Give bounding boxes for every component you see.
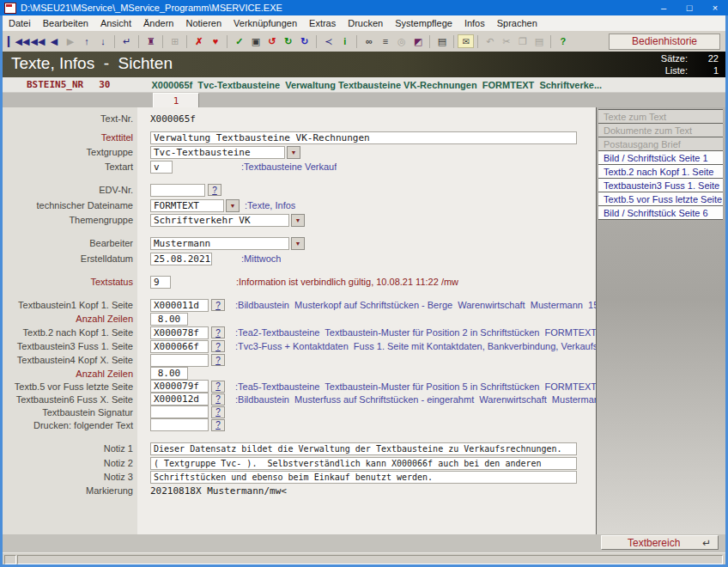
help-lookup-icon[interactable]: ? bbox=[211, 419, 225, 431]
minimize-button[interactable]: – bbox=[651, 0, 676, 15]
texttitel-input[interactable]: Verwaltung Textbausteine VK-Rechnungen bbox=[150, 131, 577, 144]
anzahl-zeilen-input[interactable]: 8.00 bbox=[150, 367, 188, 380]
textbaustein4-input[interactable] bbox=[150, 354, 209, 367]
anzahl-zeilen-label: Anzahl Zeilen bbox=[3, 314, 133, 324]
textstatus-input[interactable]: 9 bbox=[150, 276, 171, 289]
up-icon[interactable]: ↑ bbox=[78, 33, 94, 50]
application-window: D:\MSEU21\MService\_MService_Programm\MS… bbox=[0, 0, 728, 567]
previous-record-icon[interactable]: ◀ bbox=[46, 33, 62, 50]
chevron-down-icon[interactable]: ▼ bbox=[291, 214, 305, 227]
stamp-icon[interactable]: ♜ bbox=[143, 33, 159, 50]
themengruppe-input[interactable]: Schriftverkehr VK bbox=[150, 214, 289, 227]
sidebar-item-textb5-vor-fuss[interactable]: Textb.5 vor Fuss letzte Seite bbox=[598, 192, 723, 206]
down-icon[interactable]: ↓ bbox=[94, 33, 111, 50]
menu-aendern[interactable]: Ändern bbox=[137, 18, 179, 28]
textbaustein6-input[interactable]: X000012d bbox=[150, 393, 209, 405]
form-window-icon[interactable]: ▣ bbox=[247, 33, 264, 50]
signatur-label: Textbaustein Signatur bbox=[3, 407, 133, 418]
menu-drucken[interactable]: Drucken bbox=[342, 18, 389, 28]
sidebar-item-bild-seite-1[interactable]: Bild / Schriftstück Seite 1 bbox=[598, 151, 723, 165]
menu-sprachen[interactable]: Sprachen bbox=[491, 18, 543, 28]
textbaustein3-input[interactable]: X000066f bbox=[150, 340, 209, 353]
menu-notieren[interactable]: Notieren bbox=[179, 18, 228, 28]
undo-icon[interactable]: ↶ bbox=[482, 33, 498, 50]
chevron-down-icon[interactable]: ▼ bbox=[287, 146, 300, 159]
menu-bearbeiten[interactable]: Bearbeiten bbox=[37, 18, 94, 28]
copy-icon[interactable]: ❐ bbox=[514, 33, 531, 50]
link-icon[interactable]: ⊞ bbox=[167, 33, 183, 50]
textbaustein1-input[interactable]: X000011d bbox=[150, 299, 209, 312]
toolbar-separator bbox=[227, 35, 228, 48]
help-lookup-icon[interactable]: ? bbox=[211, 340, 225, 352]
tab-1[interactable]: 1 bbox=[153, 93, 199, 107]
fast-rewind-icon[interactable]: ◀◀ bbox=[29, 33, 46, 50]
drucken-text-input[interactable] bbox=[150, 418, 209, 431]
textbereich-button[interactable]: Textbereich ↵ bbox=[601, 535, 719, 550]
info-icon[interactable]: i bbox=[337, 33, 353, 50]
next-record-icon[interactable]: ▶ bbox=[62, 33, 78, 50]
heart-icon[interactable]: ♥ bbox=[207, 33, 223, 50]
sidebar-item-textbaustein3-fuss[interactable]: Textbaustein3 Fuss 1. Seite bbox=[598, 179, 723, 192]
printer-icon[interactable]: ▤ bbox=[434, 33, 450, 50]
anzahl-zeilen-input[interactable]: 8.00 bbox=[150, 313, 188, 326]
eye-icon[interactable]: ◎ bbox=[393, 33, 410, 50]
menu-verknuepfungen[interactable]: Verknüpfungen bbox=[228, 18, 303, 28]
help-lookup-icon[interactable]: ? bbox=[208, 184, 221, 196]
menu-systempflege[interactable]: Systempflege bbox=[389, 18, 458, 28]
toolbar-separator bbox=[186, 35, 187, 48]
textgruppe-label: Textgruppe bbox=[3, 147, 133, 157]
dateiname-input[interactable]: FORMTEXT bbox=[150, 199, 224, 212]
sidebar-item-bild-seite-6[interactable]: Bild / Schriftstück Seite 6 bbox=[598, 206, 723, 220]
bedienhistorie-button[interactable]: Bedienhistorie bbox=[609, 34, 720, 50]
menu-extras[interactable]: Extras bbox=[303, 18, 342, 28]
notiz1-input[interactable]: Dieser Datensatz bildet die Verwaltung d… bbox=[150, 442, 577, 455]
notiz2-input[interactable]: ( Textgruppe Tvc- ). Selbstverständlich … bbox=[150, 457, 577, 470]
sidebar-item-textb2-nach-kopf[interactable]: Textb.2 nach Kopf 1. Seite bbox=[598, 165, 723, 179]
menu-infos[interactable]: Infos bbox=[458, 18, 491, 28]
menu-ansicht[interactable]: Ansicht bbox=[94, 18, 137, 28]
binoculars-icon[interactable]: ∞ bbox=[361, 33, 377, 50]
help-lookup-icon[interactable]: ? bbox=[211, 326, 225, 338]
help-lookup-icon[interactable]: ? bbox=[211, 354, 225, 366]
toolbar: ▎◀◀ ◀◀ ◀ ▶ ↑ ↓ ↵ ♜ ⊞ ✗ ♥ ✓ ▣ ↺ ↻ ↻ ≺ i ∞… bbox=[3, 31, 725, 52]
textbaustein5-input[interactable]: X000079f bbox=[150, 380, 209, 393]
sidebar-item-postausgang-brief[interactable]: Postausgang Brief bbox=[598, 137, 723, 151]
textgruppe-input[interactable]: Tvc-Textbausteine bbox=[150, 146, 285, 159]
enter-icon[interactable]: ↵ bbox=[118, 33, 135, 50]
edv-nr-input[interactable] bbox=[150, 184, 205, 197]
sidebar-item-dokumente-zum-text[interactable]: Dokumente zum Text bbox=[598, 124, 723, 137]
maximize-button[interactable]: □ bbox=[676, 0, 702, 15]
erstelldatum-input[interactable]: 25.08.2021 bbox=[150, 253, 212, 265]
chevron-down-icon[interactable]: ▼ bbox=[291, 237, 305, 250]
branch-icon[interactable]: ≺ bbox=[320, 33, 337, 50]
redo-blue-icon[interactable]: ↻ bbox=[296, 33, 312, 50]
help-lookup-icon[interactable]: ? bbox=[211, 393, 225, 405]
help-lookup-icon[interactable]: ? bbox=[211, 381, 225, 393]
paste-icon[interactable]: ▤ bbox=[531, 33, 547, 50]
chevron-down-icon[interactable]: ▼ bbox=[226, 199, 240, 212]
scissors-icon[interactable]: ✂ bbox=[498, 33, 514, 50]
menu-datei[interactable]: Datei bbox=[3, 18, 37, 28]
toolbar-separator bbox=[114, 35, 115, 48]
close-button[interactable]: × bbox=[702, 0, 728, 15]
palette-icon[interactable]: ◩ bbox=[410, 33, 426, 50]
textbaustein2-input[interactable]: X000078f bbox=[150, 326, 209, 339]
sidebar-item-texte-zum-text[interactable]: Texte zum Text bbox=[598, 110, 723, 124]
undo-red-icon[interactable]: ↺ bbox=[264, 33, 280, 50]
erstelldatum-note: :Mittwoch bbox=[241, 253, 281, 264]
help-lookup-icon[interactable]: ? bbox=[211, 299, 225, 311]
help-lookup-icon[interactable]: ? bbox=[211, 406, 225, 418]
list-icon[interactable]: ≡ bbox=[377, 33, 393, 50]
signatur-input[interactable] bbox=[150, 405, 209, 418]
field-row-notiz2: Notiz 2 ( Textgruppe Tvc- ). Selbstverst… bbox=[3, 456, 596, 470]
help-icon[interactable]: ? bbox=[555, 33, 571, 50]
notiz3-input[interactable]: Schriftstücken und ebenso beim Einkauf b… bbox=[150, 471, 577, 484]
delete-icon[interactable]: ✗ bbox=[191, 33, 207, 50]
check-icon[interactable]: ✓ bbox=[231, 33, 247, 50]
bearbeiter-input[interactable]: Mustermann bbox=[150, 237, 289, 250]
markierung-label: Markierung bbox=[3, 485, 133, 496]
first-record-icon[interactable]: ▎◀◀ bbox=[8, 33, 29, 50]
textart-input[interactable]: v bbox=[150, 161, 173, 174]
redo-green-icon[interactable]: ↻ bbox=[280, 33, 296, 50]
envelope-icon[interactable]: ✉ bbox=[458, 34, 474, 48]
